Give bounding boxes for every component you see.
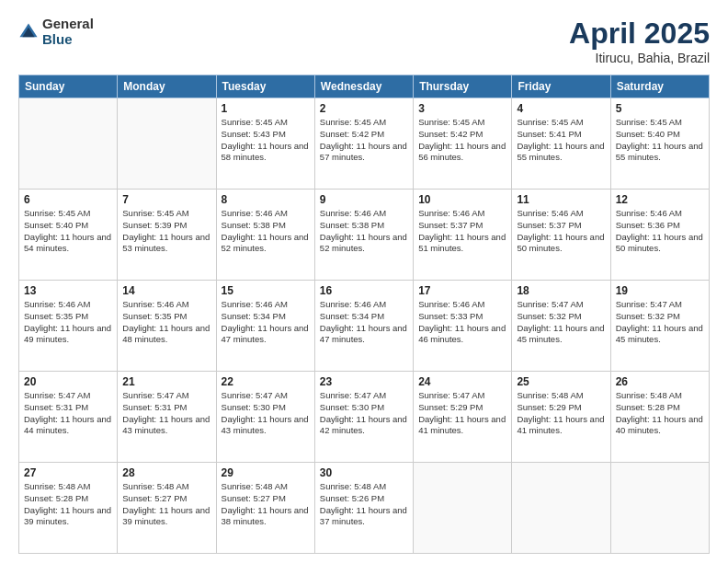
day-info: Sunrise: 5:45 AM Sunset: 5:40 PM Dayligh…	[24, 208, 112, 255]
calendar-cell: 17Sunrise: 5:46 AM Sunset: 5:33 PM Dayli…	[414, 281, 512, 372]
title-block: April 2025 Itirucu, Bahia, Brazil	[569, 17, 710, 65]
logo-icon	[18, 22, 39, 42]
logo: General Blue	[18, 17, 94, 47]
calendar-week-row: 20Sunrise: 5:47 AM Sunset: 5:31 PM Dayli…	[19, 372, 710, 463]
day-number: 16	[320, 284, 408, 297]
calendar-cell: 11Sunrise: 5:46 AM Sunset: 5:37 PM Dayli…	[512, 190, 610, 281]
calendar-cell: 10Sunrise: 5:46 AM Sunset: 5:37 PM Dayli…	[414, 190, 512, 281]
calendar-cell: 7Sunrise: 5:45 AM Sunset: 5:39 PM Daylig…	[118, 190, 216, 281]
day-info: Sunrise: 5:47 AM Sunset: 5:32 PM Dayligh…	[616, 299, 704, 346]
calendar-cell: 28Sunrise: 5:48 AM Sunset: 5:27 PM Dayli…	[118, 463, 216, 554]
calendar-cell: 25Sunrise: 5:48 AM Sunset: 5:29 PM Dayli…	[512, 372, 610, 463]
day-number: 3	[418, 102, 506, 115]
day-number: 9	[320, 193, 408, 206]
calendar-week-row: 1Sunrise: 5:45 AM Sunset: 5:43 PM Daylig…	[19, 98, 710, 190]
weekday-header: Thursday	[414, 75, 512, 98]
day-number: 24	[418, 375, 506, 388]
calendar-cell: 30Sunrise: 5:48 AM Sunset: 5:26 PM Dayli…	[314, 463, 413, 554]
day-number: 28	[122, 466, 210, 479]
day-number: 23	[320, 375, 408, 388]
day-info: Sunrise: 5:48 AM Sunset: 5:27 PM Dayligh…	[122, 481, 210, 528]
calendar-cell: 20Sunrise: 5:47 AM Sunset: 5:31 PM Dayli…	[19, 372, 118, 463]
day-info: Sunrise: 5:47 AM Sunset: 5:29 PM Dayligh…	[418, 390, 506, 437]
calendar-cell: 14Sunrise: 5:46 AM Sunset: 5:35 PM Dayli…	[118, 281, 216, 372]
calendar-cell: 8Sunrise: 5:46 AM Sunset: 5:38 PM Daylig…	[216, 190, 314, 281]
day-info: Sunrise: 5:46 AM Sunset: 5:38 PM Dayligh…	[222, 208, 310, 255]
weekday-header: Saturday	[610, 75, 709, 98]
logo-text: General Blue	[42, 17, 94, 47]
calendar-cell: 4Sunrise: 5:45 AM Sunset: 5:41 PM Daylig…	[512, 98, 610, 190]
calendar-cell: 6Sunrise: 5:45 AM Sunset: 5:40 PM Daylig…	[19, 190, 118, 281]
day-info: Sunrise: 5:48 AM Sunset: 5:29 PM Dayligh…	[517, 390, 605, 437]
calendar-cell: 23Sunrise: 5:47 AM Sunset: 5:30 PM Dayli…	[314, 372, 413, 463]
subtitle: Itirucu, Bahia, Brazil	[569, 51, 710, 65]
day-info: Sunrise: 5:46 AM Sunset: 5:35 PM Dayligh…	[122, 299, 210, 346]
day-info: Sunrise: 5:46 AM Sunset: 5:36 PM Dayligh…	[616, 208, 704, 255]
calendar-cell: 15Sunrise: 5:46 AM Sunset: 5:34 PM Dayli…	[216, 281, 314, 372]
header: General Blue April 2025 Itirucu, Bahia, …	[18, 17, 710, 65]
day-number: 2	[320, 102, 408, 115]
day-number: 18	[517, 284, 605, 297]
calendar-cell: 9Sunrise: 5:46 AM Sunset: 5:38 PM Daylig…	[314, 190, 413, 281]
day-number: 20	[24, 375, 112, 388]
day-info: Sunrise: 5:47 AM Sunset: 5:31 PM Dayligh…	[24, 390, 112, 437]
day-number: 15	[222, 284, 310, 297]
calendar-cell	[118, 98, 216, 190]
weekday-header: Sunday	[19, 75, 118, 98]
calendar-cell: 1Sunrise: 5:45 AM Sunset: 5:43 PM Daylig…	[216, 98, 314, 190]
day-number: 12	[616, 193, 704, 206]
calendar-cell: 13Sunrise: 5:46 AM Sunset: 5:35 PM Dayli…	[19, 281, 118, 372]
day-info: Sunrise: 5:48 AM Sunset: 5:26 PM Dayligh…	[320, 481, 408, 528]
calendar-cell: 24Sunrise: 5:47 AM Sunset: 5:29 PM Dayli…	[414, 372, 512, 463]
calendar-cell: 27Sunrise: 5:48 AM Sunset: 5:28 PM Dayli…	[19, 463, 118, 554]
calendar-cell: 19Sunrise: 5:47 AM Sunset: 5:32 PM Dayli…	[610, 281, 709, 372]
day-number: 8	[222, 193, 310, 206]
day-number: 5	[616, 102, 704, 115]
calendar-cell: 22Sunrise: 5:47 AM Sunset: 5:30 PM Dayli…	[216, 372, 314, 463]
day-info: Sunrise: 5:47 AM Sunset: 5:31 PM Dayligh…	[122, 390, 210, 437]
weekday-header: Friday	[512, 75, 610, 98]
day-info: Sunrise: 5:47 AM Sunset: 5:30 PM Dayligh…	[320, 390, 408, 437]
day-info: Sunrise: 5:46 AM Sunset: 5:38 PM Dayligh…	[320, 208, 408, 255]
day-number: 22	[222, 375, 310, 388]
day-number: 1	[222, 102, 310, 115]
weekday-header: Wednesday	[314, 75, 413, 98]
calendar-cell	[19, 98, 118, 190]
calendar-cell: 21Sunrise: 5:47 AM Sunset: 5:31 PM Dayli…	[118, 372, 216, 463]
calendar-cell: 2Sunrise: 5:45 AM Sunset: 5:42 PM Daylig…	[314, 98, 413, 190]
day-number: 30	[320, 466, 408, 479]
day-info: Sunrise: 5:45 AM Sunset: 5:43 PM Dayligh…	[222, 117, 310, 164]
calendar-cell	[512, 463, 610, 554]
day-info: Sunrise: 5:48 AM Sunset: 5:27 PM Dayligh…	[222, 481, 310, 528]
calendar-cell: 29Sunrise: 5:48 AM Sunset: 5:27 PM Dayli…	[216, 463, 314, 554]
day-number: 4	[517, 102, 605, 115]
day-number: 13	[24, 284, 112, 297]
day-info: Sunrise: 5:46 AM Sunset: 5:37 PM Dayligh…	[517, 208, 605, 255]
day-number: 27	[24, 466, 112, 479]
calendar-cell: 26Sunrise: 5:48 AM Sunset: 5:28 PM Dayli…	[610, 372, 709, 463]
day-info: Sunrise: 5:45 AM Sunset: 5:40 PM Dayligh…	[616, 117, 704, 164]
calendar-cell	[610, 463, 709, 554]
day-info: Sunrise: 5:46 AM Sunset: 5:35 PM Dayligh…	[24, 299, 112, 346]
calendar: SundayMondayTuesdayWednesdayThursdayFrid…	[18, 75, 710, 554]
calendar-cell: 16Sunrise: 5:46 AM Sunset: 5:34 PM Dayli…	[314, 281, 413, 372]
page: General Blue April 2025 Itirucu, Bahia, …	[0, 0, 728, 563]
calendar-cell: 12Sunrise: 5:46 AM Sunset: 5:36 PM Dayli…	[610, 190, 709, 281]
day-info: Sunrise: 5:47 AM Sunset: 5:32 PM Dayligh…	[517, 299, 605, 346]
day-number: 19	[616, 284, 704, 297]
calendar-week-row: 27Sunrise: 5:48 AM Sunset: 5:28 PM Dayli…	[19, 463, 710, 554]
day-info: Sunrise: 5:45 AM Sunset: 5:42 PM Dayligh…	[320, 117, 408, 164]
calendar-week-row: 13Sunrise: 5:46 AM Sunset: 5:35 PM Dayli…	[19, 281, 710, 372]
day-info: Sunrise: 5:45 AM Sunset: 5:41 PM Dayligh…	[517, 117, 605, 164]
weekday-header: Tuesday	[216, 75, 314, 98]
weekday-header: Monday	[118, 75, 216, 98]
day-number: 11	[517, 193, 605, 206]
day-info: Sunrise: 5:47 AM Sunset: 5:30 PM Dayligh…	[222, 390, 310, 437]
day-number: 25	[517, 375, 605, 388]
day-number: 14	[122, 284, 210, 297]
day-info: Sunrise: 5:45 AM Sunset: 5:39 PM Dayligh…	[122, 208, 210, 255]
day-number: 6	[24, 193, 112, 206]
day-info: Sunrise: 5:46 AM Sunset: 5:33 PM Dayligh…	[418, 299, 506, 346]
calendar-cell	[414, 463, 512, 554]
calendar-cell: 18Sunrise: 5:47 AM Sunset: 5:32 PM Dayli…	[512, 281, 610, 372]
